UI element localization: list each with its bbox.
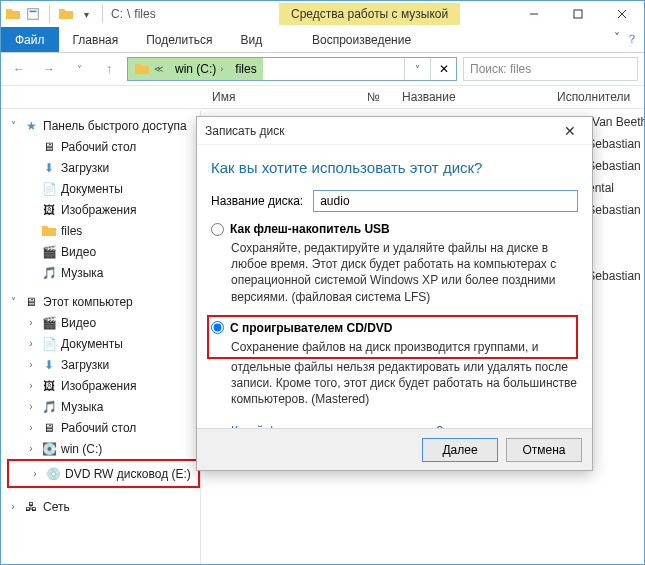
option-usb-desc: Сохраняйте, редактируйте и удаляйте файл… [231, 240, 578, 305]
drive-label: C: [111, 7, 123, 21]
nav-back-button[interactable]: ← [7, 57, 31, 81]
desktop-icon: 🖥 [41, 139, 57, 155]
tree-downloads[interactable]: Загрузки [61, 161, 109, 175]
dialog-close-button[interactable]: ✕ [556, 123, 584, 139]
ribbon-expand-icon[interactable]: ˅ [614, 31, 620, 48]
tree-music[interactable]: Музыка [61, 266, 103, 280]
folder-label: files [134, 7, 155, 21]
nav-forward-button[interactable]: → [37, 57, 61, 81]
maximize-button[interactable] [556, 1, 600, 27]
tree-pc-win[interactable]: win (C:) [61, 442, 102, 456]
search-placeholder: Поиск: files [470, 62, 531, 76]
tab-home[interactable]: Главная [59, 27, 133, 53]
svg-rect-3 [574, 10, 582, 18]
music-icon: 🎵 [41, 399, 57, 415]
tree-pc-desktop[interactable]: Рабочий стол [61, 421, 136, 435]
addr-dropdown-icon[interactable]: ˅ [404, 58, 430, 80]
titlebar: ▾ C: \ files Средства работы с музыкой [1, 1, 644, 27]
titlebar-path: C: \ files [111, 7, 156, 21]
new-folder-icon[interactable] [58, 6, 74, 22]
addr-seg-folder[interactable]: files [235, 62, 256, 76]
tree-documents[interactable]: Документы [61, 182, 123, 196]
address-row: ← → ˅ ↑ ≪ win (C:) › files ˅ ✕ Поиск: fi… [1, 53, 644, 85]
tree-files[interactable]: files [61, 224, 82, 238]
nav-up-button[interactable]: ↑ [97, 57, 121, 81]
tree-pc-pictures[interactable]: Изображения [61, 379, 136, 393]
search-input[interactable]: Поиск: files [463, 57, 638, 81]
folder-small-icon [5, 6, 21, 22]
address-bar[interactable]: ≪ win (C:) › files ˅ ✕ [127, 57, 457, 81]
nav-history-button[interactable]: ˅ [67, 57, 91, 81]
tree-pc-dvd[interactable]: DVD RW дисковод (E:) [65, 467, 191, 481]
network-icon: 🖧 [23, 499, 39, 515]
next-button[interactable]: Далее [422, 438, 498, 462]
tree-network[interactable]: Сеть [43, 500, 70, 514]
option-usb[interactable]: Как флеш-накопитель USB [211, 222, 578, 236]
col-title[interactable]: Название [394, 90, 549, 104]
burn-disc-dialog: Записать диск ✕ Как вы хотите использова… [196, 116, 593, 471]
document-icon: 📄 [41, 181, 57, 197]
addr-seg-drive[interactable]: win (C:) [175, 62, 216, 76]
minimize-button[interactable] [512, 1, 556, 27]
tree-pc-downloads[interactable]: Загрузки [61, 358, 109, 372]
drive-icon: 💽 [41, 441, 57, 457]
context-tab-music-tools[interactable]: Средства работы с музыкой [279, 3, 460, 25]
properties-icon[interactable] [25, 6, 41, 22]
nav-tree: ˅★Панель быстрого доступа 🖥Рабочий стол … [1, 111, 201, 564]
pc-icon: 🖥 [23, 294, 39, 310]
option-cddvd-radio[interactable] [211, 321, 224, 334]
explorer-window: ▾ C: \ files Средства работы с музыкой Ф… [0, 0, 645, 565]
disc-icon: 💿 [45, 466, 61, 482]
cancel-button[interactable]: Отмена [506, 438, 582, 462]
tree-this-pc[interactable]: Этот компьютер [43, 295, 133, 309]
folder-icon [41, 223, 57, 239]
dialog-title: Записать диск [205, 124, 285, 138]
tree-pc-videos[interactable]: Видео [61, 316, 96, 330]
tree-desktop[interactable]: Рабочий стол [61, 140, 136, 154]
option-cddvd[interactable]: С проигрывателем CD/DVD [211, 321, 572, 335]
tree-pc-music[interactable]: Музыка [61, 400, 103, 414]
addr-clear-icon[interactable]: ✕ [430, 58, 456, 80]
video-icon: 🎬 [41, 315, 57, 331]
video-icon: 🎬 [41, 244, 57, 260]
tab-playback[interactable]: Воспроизведение [298, 27, 425, 53]
qat-dropdown-icon[interactable]: ▾ [78, 6, 94, 22]
tree-pc-documents[interactable]: Документы [61, 337, 123, 351]
tab-share[interactable]: Поделиться [132, 27, 226, 53]
disc-name-input[interactable] [313, 190, 578, 212]
desktop-icon: 🖥 [41, 420, 57, 436]
tab-file[interactable]: Файл [1, 27, 59, 52]
download-icon: ⬇ [41, 160, 57, 176]
picture-icon: 🖼 [41, 378, 57, 394]
tree-pictures[interactable]: Изображения [61, 203, 136, 217]
picture-icon: 🖼 [41, 202, 57, 218]
col-artist[interactable]: Исполнители [549, 90, 629, 104]
option-cddvd-desc: отдельные файлы нельзя редактировать или… [231, 359, 578, 408]
option-usb-radio[interactable] [211, 223, 224, 236]
download-icon: ⬇ [41, 357, 57, 373]
option-cddvd-desc-top: Сохранение файлов на диск производится г… [231, 339, 572, 355]
tab-view[interactable]: Вид [226, 27, 276, 53]
dialog-question: Как вы хотите использовать этот диск? [211, 159, 578, 176]
column-headers: Имя № Название Исполнители [1, 85, 644, 109]
ribbon: Файл Главная Поделиться Вид Воспроизведе… [1, 27, 644, 53]
tree-videos[interactable]: Видео [61, 245, 96, 259]
document-icon: 📄 [41, 336, 57, 352]
music-icon: 🎵 [41, 265, 57, 281]
tree-quick-access[interactable]: Панель быстрого доступа [43, 119, 187, 133]
col-name[interactable]: Имя [204, 90, 359, 104]
star-icon: ★ [23, 118, 39, 134]
col-number[interactable]: № [359, 90, 394, 104]
svg-rect-0 [28, 9, 39, 20]
close-button[interactable] [600, 1, 644, 27]
help-icon[interactable]: ？ [626, 31, 638, 48]
svg-rect-1 [30, 11, 37, 13]
disc-name-label: Название диска: [211, 194, 303, 208]
